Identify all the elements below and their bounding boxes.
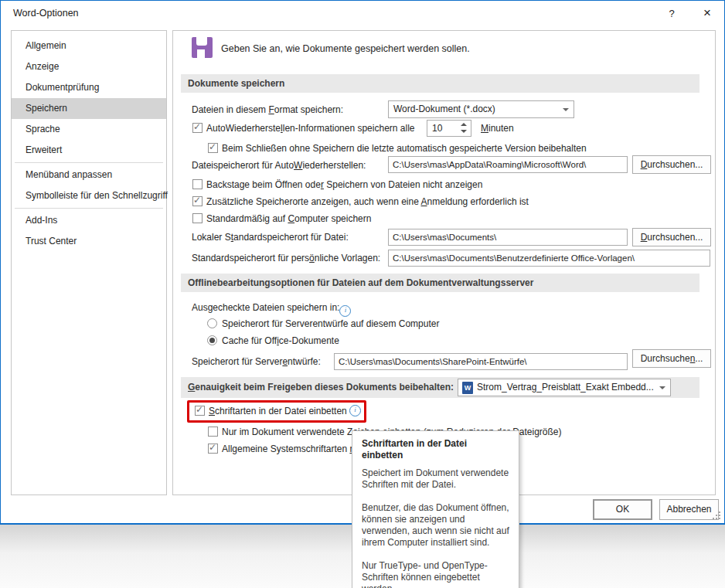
sidebar-item-menueband[interactable]: Menüband anpassen	[12, 165, 166, 185]
tooltip-paragraph: Benutzer, die das Dokument öffnen, könne…	[362, 502, 509, 549]
section-header-dokumente-speichern: Dokumente speichern	[181, 74, 699, 93]
autorecover-label: AutoWiederherstellen-Informationen speic…	[206, 123, 414, 134]
browse-autorecover-button[interactable]: Durchsuchen...	[632, 155, 711, 174]
minutes-stepper[interactable]: 10	[427, 120, 471, 137]
sidebar-item-allgemein[interactable]: Allgemein	[12, 36, 166, 56]
format-label: Dateien in diesem Format speichern:	[192, 104, 343, 115]
embed-fonts-label: Schriftarten in der Datei einbetten	[209, 406, 347, 416]
tooltip-paragraph: Nur TrueType- und OpenType-Schriften kön…	[362, 560, 509, 588]
drafts-path-field[interactable]: C:\Users\mas\Documents\SharePoint-Entwür…	[334, 353, 628, 370]
sidebar-separator	[15, 208, 163, 209]
backstage-label: Backstage beim Öffnen oder Speichern von…	[206, 179, 482, 190]
minutes-value: 10	[432, 123, 442, 134]
server-drafts-radio-label: Speicherort für Serverentwürfe auf diese…	[222, 318, 439, 329]
sidebar-item-dokumentpruefung[interactable]: Dokumentprüfung	[12, 77, 166, 98]
main-panel: Geben Sie an, wie Dokumente gespeichert …	[172, 30, 716, 495]
autorecover-path-label: Dateispeicherort für AutoWiederherstelle…	[192, 160, 366, 171]
sidebar-separator	[15, 162, 163, 163]
dialog-title: Word-Optionen	[13, 8, 79, 19]
save-floppy-icon	[192, 37, 213, 58]
spinner-arrows-icon[interactable]	[458, 121, 469, 136]
minutes-label: Minuten	[481, 123, 514, 134]
sidebar-item-schnellzugriff[interactable]: Symbolleiste für den Schnellzugriff	[12, 185, 166, 206]
screenshot-stage: Word-Optionen ? × Allgemein Anzeige Doku…	[0, 0, 725, 588]
keep-last-version-label: Beim Schließen ohne Speichern die letzte…	[222, 143, 587, 154]
embed-fonts-tooltip: Schriftarten in der Datei einbetten Spei…	[352, 430, 519, 588]
sidebar-item-speichern[interactable]: Speichern	[12, 98, 166, 119]
extra-locations-checkbox[interactable]	[192, 196, 203, 206]
section-header-offline: Offlinebearbeitungsoptionen für Dateien …	[181, 274, 699, 292]
sidebar-item-sprache[interactable]: Sprache	[12, 119, 166, 140]
extra-locations-label: Zusätzliche Speicherorte anzeigen, auch …	[206, 196, 529, 207]
keep-last-version-checkbox[interactable]	[208, 143, 218, 153]
browse-local-button[interactable]: Durchsuchen...	[632, 228, 711, 246]
backstage-checkbox[interactable]	[192, 179, 203, 189]
info-icon[interactable]	[339, 305, 351, 317]
server-drafts-radio[interactable]	[207, 318, 217, 328]
templates-path-label: Standardspeicherort für persönliche Vorl…	[192, 253, 380, 263]
tooltip-title: Schriftarten in der Datei einbetten	[362, 438, 509, 461]
format-dropdown-value: Word-Dokument (*.docx)	[393, 104, 495, 114]
browse-drafts-button[interactable]: Durchsuchen...	[632, 349, 711, 368]
sidebar-item-addins[interactable]: Add-Ins	[12, 210, 166, 231]
intro-text: Geben Sie an, wie Dokumente gespeichert …	[221, 43, 470, 54]
no-system-fonts-checkbox[interactable]	[208, 444, 218, 454]
local-path-field[interactable]: C:\Users\mas\Documents\	[388, 229, 628, 246]
sidebar-item-trustcenter[interactable]: Trust Center	[12, 231, 166, 252]
format-dropdown[interactable]: Word-Dokument (*.docx)	[388, 100, 574, 118]
fidelity-document-value: Strom_Vertrag_Preisblatt_Exakt Embedd...	[477, 382, 654, 393]
templates-path-field[interactable]: C:\Users\mas\Documents\Benutzerdefiniert…	[388, 250, 710, 267]
resize-grip-icon[interactable]	[713, 512, 722, 521]
drafts-path-label: Speicherort für Serverentwürfe:	[192, 356, 321, 367]
default-computer-checkbox[interactable]	[192, 213, 203, 223]
close-icon[interactable]: ×	[698, 4, 716, 22]
autorecover-path-field[interactable]: C:\Users\mas\AppData\Roaming\Microsoft\W…	[388, 156, 628, 173]
office-cache-radio[interactable]	[207, 335, 217, 345]
office-cache-radio-label: Cache für Office-Dokumente	[222, 335, 339, 346]
chevron-down-icon	[563, 108, 569, 111]
embed-used-only-checkbox[interactable]	[208, 427, 218, 437]
sidebar: Allgemein Anzeige Dokumentprüfung Speich…	[11, 30, 167, 495]
fidelity-document-dropdown[interactable]: Strom_Vertrag_Preisblatt_Exakt Embedd...	[458, 379, 671, 396]
word-document-icon	[462, 382, 473, 394]
default-computer-label: Standardmäßig auf Computer speichern	[206, 213, 371, 224]
embed-fonts-checkbox[interactable]	[195, 406, 205, 416]
ok-button[interactable]: OK	[593, 499, 652, 520]
sidebar-item-anzeige[interactable]: Anzeige	[12, 56, 166, 77]
autorecover-checkbox[interactable]	[192, 123, 203, 133]
sidebar-item-erweitert[interactable]: Erweitert	[12, 140, 166, 161]
tooltip-paragraph: Speichert im Dokument verwendete Schrift…	[362, 467, 509, 491]
info-icon[interactable]	[349, 405, 361, 416]
local-path-label: Lokaler Standardspeicherort für Datei:	[192, 232, 349, 243]
help-icon[interactable]: ?	[664, 6, 679, 22]
cancel-button[interactable]: Abbrechen	[659, 499, 719, 520]
checkout-label: Ausgecheckte Dateien speichern in:	[192, 302, 351, 317]
chevron-down-icon	[659, 386, 665, 389]
